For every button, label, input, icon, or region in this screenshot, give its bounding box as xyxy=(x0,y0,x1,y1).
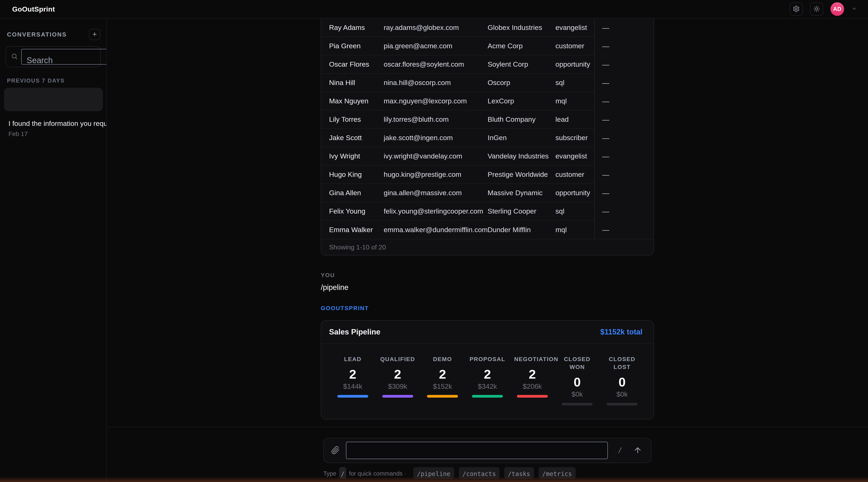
table-row-main: Jake Scottjake.scott@ingen.comInGensubsc… xyxy=(321,129,595,147)
cell-company: Soylent Corp xyxy=(488,60,555,68)
conversation-item-active[interactable] xyxy=(4,88,103,111)
cell-company: Vandelay Industries xyxy=(488,152,555,160)
cell-email: felix.young@sterlingcooper.com xyxy=(384,207,488,215)
cell-name: Gina Allen xyxy=(329,189,384,197)
hint-prefix: Type xyxy=(323,470,336,479)
cell-email: max.nguyen@lexcorp.com xyxy=(384,97,488,105)
top-bar-actions: AD xyxy=(789,2,857,16)
stage-value: $0k xyxy=(555,390,600,398)
pipeline-title: Sales Pipeline xyxy=(329,328,380,336)
pipeline-stage: NEGOTIATION2$206k xyxy=(510,355,555,405)
sun-icon xyxy=(813,5,820,13)
stage-count: 0 xyxy=(599,375,645,389)
cell-email: nina.hill@oscorp.com xyxy=(384,79,488,87)
stage-bar xyxy=(562,403,593,405)
stage-bar xyxy=(472,395,503,398)
cell-company: Sterling Cooper xyxy=(488,207,555,215)
cell-last-contact: — xyxy=(595,129,654,147)
attach-button[interactable] xyxy=(331,446,340,455)
conversation-item[interactable]: I found the information you requested Fe… xyxy=(8,119,106,137)
cell-stage: customer xyxy=(555,170,594,178)
chat-column: Ray Adamsray.adams@globex.comGlobex Indu… xyxy=(321,19,654,427)
table-row[interactable]: Hugo Kinghugo.king@prestige.comPrestige … xyxy=(321,166,654,184)
cell-company: Dunder Mifflin xyxy=(488,226,555,234)
table-row[interactable]: Felix Youngfelix.young@sterlingcooper.co… xyxy=(321,202,654,221)
cell-last-contact: — xyxy=(595,221,654,239)
composer-zone: Type / for quick commands · /pipeline/co… xyxy=(107,427,868,482)
cell-email: hugo.king@prestige.com xyxy=(384,170,488,178)
cell-company: Massive Dynamic xyxy=(488,189,555,197)
arrow-up-icon xyxy=(633,446,642,455)
cell-last-contact: — xyxy=(595,92,654,110)
cell-name: Emma Walker xyxy=(329,226,384,234)
chat-scroll-area[interactable]: Ray Adamsray.adams@globex.comGlobex Indu… xyxy=(107,19,868,427)
pipeline-card: Sales Pipeline $1152k total LEAD2$144kQU… xyxy=(321,320,654,420)
stage-label: DEMO xyxy=(424,355,461,363)
table-row[interactable]: Lily Torreslily.torres@bluth.comBluth Co… xyxy=(321,110,654,129)
cell-email: jake.scott@ingen.com xyxy=(384,134,488,142)
stage-count: 2 xyxy=(510,367,555,381)
table-row[interactable]: Emma Walkeremma.walker@dundermifflin.com… xyxy=(321,221,654,239)
table-row-main: Gina Allengina.allen@massive.comMassive … xyxy=(321,184,595,202)
paperclip-icon xyxy=(331,446,340,455)
cell-email: emma.walker@dundermifflin.com xyxy=(384,226,488,234)
cell-name: Hugo King xyxy=(329,170,384,178)
stage-bar xyxy=(427,395,458,398)
pipeline-stage: LEAD2$144k xyxy=(330,355,375,405)
pipeline-total: $1152k total xyxy=(600,328,643,336)
command-chip[interactable]: /pipeline xyxy=(413,467,454,479)
user-message-text: /pipeline xyxy=(321,283,654,292)
cell-name: Ivy Wright xyxy=(329,152,384,160)
table-row[interactable]: Jake Scottjake.scott@ingen.comInGensubsc… xyxy=(321,129,654,147)
top-bar: GoOutSprint AD xyxy=(0,0,868,19)
table-row[interactable]: Max Nguyenmax.nguyen@lexcorp.comLexCorpm… xyxy=(321,92,654,110)
table-row-main: Ray Adamsray.adams@globex.comGlobex Indu… xyxy=(321,19,595,37)
cell-last-contact: — xyxy=(595,110,654,129)
cell-last-contact: — xyxy=(595,202,654,221)
send-button[interactable] xyxy=(633,446,642,455)
chevron-down-icon[interactable] xyxy=(851,6,857,12)
stage-value: $309k xyxy=(375,382,420,390)
assistant-message-label: GOOUTSPRINT xyxy=(321,305,654,312)
search-container xyxy=(6,46,101,67)
table-footer: Showing 1-10 of 20 xyxy=(321,239,654,255)
new-conversation-button[interactable] xyxy=(89,29,100,40)
cell-email: oscar.flores@soylent.com xyxy=(384,60,488,68)
stage-count: 2 xyxy=(465,367,510,381)
slash-command-button[interactable] xyxy=(616,446,624,455)
cell-name: Felix Young xyxy=(329,207,384,215)
cell-company: LexCorp xyxy=(488,97,555,105)
sidebar: CONVERSATIONS PREVIOUS 7 DAYS I found th… xyxy=(0,19,107,482)
table-row-main: Lily Torreslily.torres@bluth.comBluth Co… xyxy=(321,110,595,129)
stage-label: QUALIFIED xyxy=(379,355,416,363)
cell-last-contact: — xyxy=(595,184,654,202)
command-chip[interactable]: /metrics xyxy=(538,467,576,479)
theme-toggle-button[interactable] xyxy=(810,2,823,16)
pipeline-stage: CLOSED LOST0$0k xyxy=(599,355,645,405)
user-message-label: YOU xyxy=(321,272,654,279)
command-chip[interactable]: /tasks xyxy=(504,467,534,479)
cell-stage: mql xyxy=(555,97,594,105)
settings-button[interactable] xyxy=(789,2,803,16)
conversations-title: CONVERSATIONS xyxy=(7,31,67,38)
avatar[interactable]: AD xyxy=(831,2,844,16)
stage-label: NEGOTIATION xyxy=(514,355,551,363)
section-label-previous-7-days: PREVIOUS 7 DAYS xyxy=(7,78,106,84)
table-row[interactable]: Ivy Wrightivy.wright@vandelay.comVandela… xyxy=(321,147,654,166)
message-input[interactable] xyxy=(346,442,608,459)
stage-value: $342k xyxy=(465,382,510,390)
contacts-table-card: Ray Adamsray.adams@globex.comGlobex Indu… xyxy=(321,19,654,255)
table-row[interactable]: Ray Adamsray.adams@globex.comGlobex Indu… xyxy=(321,19,654,37)
search-input[interactable] xyxy=(21,49,107,64)
command-chip[interactable]: /contacts xyxy=(459,467,500,479)
table-row-main: Felix Youngfelix.young@sterlingcooper.co… xyxy=(321,202,595,221)
quick-commands-hint: Type / for quick commands · /pipeline/co… xyxy=(323,467,652,479)
table-row[interactable]: Nina Hillnina.hill@oscorp.comOscorpsql— xyxy=(321,74,654,92)
table-row[interactable]: Pia Greenpia.green@acme.comAcme Corpcust… xyxy=(321,37,654,55)
pipeline-stage: DEMO2$152k xyxy=(420,355,465,405)
cell-stage: customer xyxy=(555,42,594,50)
stage-label: CLOSED LOST xyxy=(604,355,640,371)
table-row[interactable]: Gina Allengina.allen@massive.comMassive … xyxy=(321,184,654,202)
table-row[interactable]: Oscar Floresoscar.flores@soylent.comSoyl… xyxy=(321,55,654,74)
user-message: YOU /pipeline xyxy=(321,272,654,292)
